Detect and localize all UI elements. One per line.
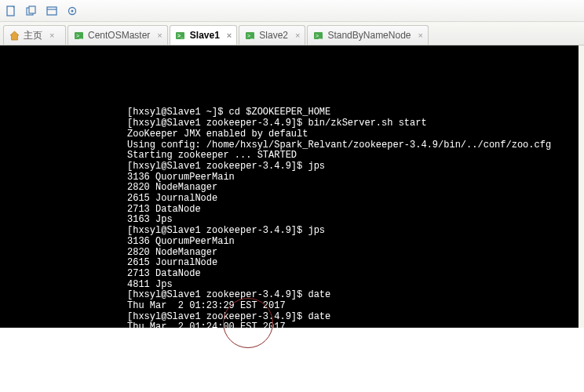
close-icon[interactable]: × bbox=[49, 31, 54, 40]
tab-label: Slave1 bbox=[190, 30, 220, 41]
close-icon[interactable]: × bbox=[295, 31, 300, 40]
terminal-line: 4811 Jps bbox=[127, 280, 579, 291]
svg-point-6 bbox=[71, 9, 74, 12]
terminal-line: [hxsyl@Slave1 zookeeper-3.4.9]$ bin/zkSe… bbox=[127, 118, 579, 129]
terminal-line: ZooKeeper JMX enabled by default bbox=[127, 129, 579, 140]
terminal-line: [hxsyl@Slave1 ~]$ cd $ZOOKEEPER_HOME bbox=[127, 107, 579, 118]
cursor bbox=[309, 338, 315, 339]
terminal-icon: >_ bbox=[175, 30, 186, 41]
tab-label: StandByNameNode bbox=[327, 30, 411, 41]
toolbar-copy-icon[interactable] bbox=[25, 5, 38, 17]
tab-label: 主页 bbox=[24, 29, 42, 42]
close-icon[interactable]: × bbox=[157, 31, 162, 40]
terminal-line: [hxsyl@Slave1 zookeeper-3.4.9]$ date bbox=[127, 290, 579, 301]
terminal-icon: >_ bbox=[244, 30, 255, 41]
terminal[interactable]: [hxsyl@Slave1 ~]$ cd $ZOOKEEPER_HOME[hxs… bbox=[0, 45, 579, 328]
terminal-icon: >_ bbox=[73, 30, 84, 41]
svg-text:>_: >_ bbox=[247, 33, 254, 39]
svg-text:>_: >_ bbox=[316, 33, 322, 39]
terminal-line: [hxsyl@Slave1 zookeeper-3.4.9]$ jps bbox=[127, 226, 579, 237]
terminal-line: 2820 NodeManager bbox=[127, 248, 579, 259]
tab-label: Slave2 bbox=[259, 30, 288, 41]
terminal-line: [hxsyl@Slave1 zookeeper-3.4.9]$ jps bbox=[127, 162, 579, 172]
tab-slave1[interactable]: >_Slave1× bbox=[170, 25, 237, 45]
toolbar bbox=[0, 0, 584, 22]
toolbar-file-icon[interactable] bbox=[5, 5, 17, 17]
home-icon bbox=[9, 30, 20, 41]
tab-standbynamenode[interactable]: >_StandByNameNode× bbox=[307, 25, 429, 45]
terminal-line: 2713 DataNode bbox=[127, 269, 579, 280]
terminal-line: [hxsyl@Slave1 zookeeper-3.4.9]$ bbox=[127, 333, 579, 344]
svg-rect-2 bbox=[29, 6, 35, 13]
terminal-line: Thu Mar 2 01:24:00 EST 2017 bbox=[127, 322, 579, 333]
terminal-line: 2615 JournalNode bbox=[127, 194, 579, 205]
toolbar-gear-icon[interactable] bbox=[66, 5, 78, 17]
tab-slave2[interactable]: >_Slave2× bbox=[239, 25, 305, 45]
terminal-line: 3136 QuorumPeerMain bbox=[127, 237, 579, 248]
terminal-line: 3163 Jps bbox=[127, 215, 579, 226]
terminal-line: 3136 QuorumPeerMain bbox=[127, 172, 579, 183]
svg-rect-3 bbox=[47, 7, 57, 15]
tab-label: CentOSMaster bbox=[88, 30, 150, 41]
close-icon[interactable]: × bbox=[418, 31, 422, 40]
close-icon[interactable]: × bbox=[227, 31, 232, 40]
svg-rect-0 bbox=[7, 6, 14, 16]
tab-主页[interactable]: 主页× bbox=[3, 25, 66, 45]
terminal-line: 2713 DataNode bbox=[127, 205, 579, 216]
terminal-line: Starting zookeeper ... STARTED bbox=[127, 151, 579, 162]
terminal-line: 2820 NodeManager bbox=[127, 183, 579, 194]
tabs-bar: 主页×>_CentOSMaster×>_Slave1×>_Slave2×>_St… bbox=[0, 22, 584, 45]
terminal-line: [hxsyl@Slave1 zookeeper-3.4.9]$ date bbox=[127, 312, 579, 323]
terminal-line: 2615 JournalNode bbox=[127, 258, 579, 269]
toolbar-window-icon[interactable] bbox=[46, 5, 58, 17]
tab-centosmaster[interactable]: >_CentOSMaster× bbox=[68, 25, 168, 45]
svg-text:>_: >_ bbox=[76, 33, 82, 39]
svg-text:>_: >_ bbox=[177, 33, 184, 38]
terminal-line: Using config: /home/hxsyl/Spark_Relvant/… bbox=[127, 140, 579, 151]
terminal-icon: >_ bbox=[312, 30, 323, 41]
terminal-line: Thu Mar 2 01:23:29 EST 2017 bbox=[127, 301, 579, 312]
